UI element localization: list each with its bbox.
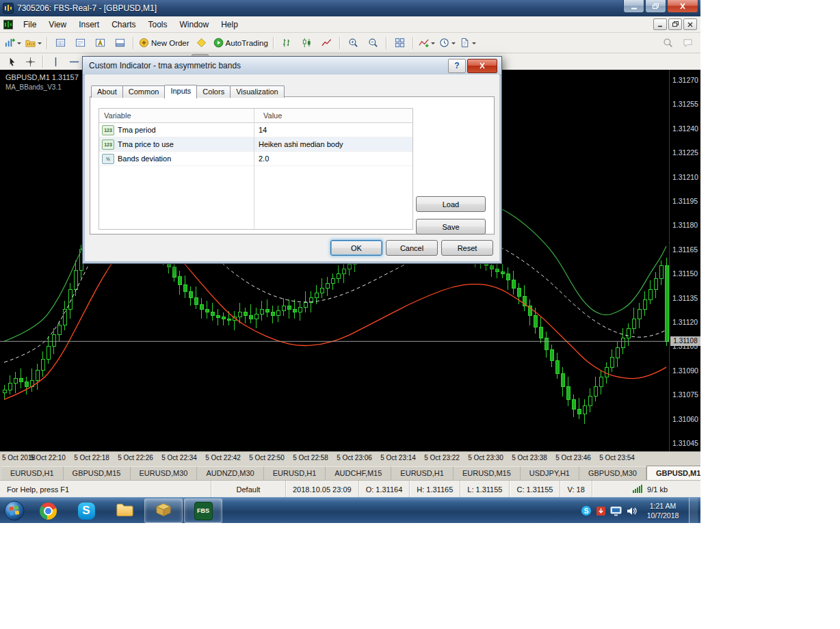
- mdi-minimize-button[interactable]: [653, 18, 667, 30]
- time-axis-label: 5 Oct 22:42: [205, 454, 241, 461]
- load-button[interactable]: Load: [416, 196, 486, 212]
- reset-button[interactable]: Reset: [441, 240, 493, 256]
- restore-button[interactable]: [645, 0, 666, 13]
- param-name: Tma period: [118, 126, 156, 134]
- dialog-tab-inputs[interactable]: Inputs: [164, 85, 197, 98]
- toolbar-separator: [273, 37, 274, 49]
- crosshair-button[interactable]: [21, 54, 40, 69]
- tray-notification-icon[interactable]: [596, 506, 606, 516]
- taskbar-explorer-button[interactable]: [106, 499, 143, 522]
- zoom-out-icon: [368, 38, 378, 48]
- cancel-button[interactable]: Cancel: [386, 240, 438, 256]
- chart-tab-eurusd-h1[interactable]: EURUSD,H1: [391, 466, 454, 480]
- navigator-button[interactable]: [90, 34, 110, 51]
- chart-tab-eurusd-h1[interactable]: EURUSD,H1: [264, 466, 326, 480]
- skype-icon: S: [78, 503, 95, 520]
- tray-display-icon[interactable]: [610, 506, 622, 516]
- terminal-button[interactable]: [110, 34, 130, 51]
- zoom-in-button[interactable]: [343, 34, 363, 51]
- package-icon: [155, 500, 172, 521]
- chart-tab-usdjpy-h1[interactable]: USDJPY,H1: [521, 466, 579, 480]
- autotrading-button[interactable]: AutoTrading: [211, 34, 270, 51]
- chart-tab-audchf-m15[interactable]: AUDCHF,M15: [326, 466, 391, 480]
- new-order-button[interactable]: New Order: [137, 34, 192, 51]
- param-row-tma-price-to-use[interactable]: 123Tma price to useHeiken ashi median bo…: [99, 137, 412, 152]
- new-chart-button[interactable]: [3, 34, 23, 51]
- templates-button[interactable]: [458, 34, 478, 51]
- menu-item-charts[interactable]: Charts: [105, 18, 142, 31]
- community-button[interactable]: [678, 34, 698, 51]
- menu-item-window[interactable]: Window: [174, 18, 215, 31]
- horizontal-line-button[interactable]: [65, 54, 83, 69]
- chart-tab-eurusd-h1[interactable]: EURUSD,H1: [1, 466, 64, 480]
- taskbar-package-app-button[interactable]: [144, 498, 183, 523]
- param-value-cell[interactable]: Heiken ashi median body: [254, 140, 412, 148]
- chart-tab-audnzd-m30[interactable]: AUDNZD,M30: [197, 466, 263, 480]
- start-button[interactable]: [0, 498, 29, 523]
- status-profile[interactable]: Default: [211, 481, 286, 498]
- param-row-bands-deviation[interactable]: ½Bands deviation2.0: [99, 152, 412, 166]
- chart-tab-eurusd-m30[interactable]: EURUSD,M30: [131, 466, 198, 480]
- taskbar-chrome-button[interactable]: [29, 499, 66, 522]
- chart-tab-gbpusd-m30[interactable]: GBPUSD,M30: [579, 466, 646, 480]
- dialog-tab-common[interactable]: Common: [122, 85, 166, 98]
- taskbar-skype-button[interactable]: S: [68, 499, 105, 522]
- tray-skype-icon[interactable]: S: [581, 505, 592, 516]
- window-titlebar[interactable]: 7305206: FBS-Real-7 - [GBPUSD,M1]: [0, 0, 700, 16]
- dialog-tab-about[interactable]: About: [91, 85, 123, 98]
- vertical-line-button[interactable]: [47, 54, 65, 69]
- param-row-tma-period[interactable]: 123Tma period14: [99, 123, 412, 137]
- tray-volume-icon[interactable]: [626, 506, 637, 516]
- data-window-button[interactable]: [70, 34, 90, 51]
- menu-item-insert[interactable]: Insert: [73, 18, 105, 31]
- dialog-help-button[interactable]: ?: [448, 59, 466, 73]
- line-chart-button[interactable]: [317, 34, 337, 51]
- param-name-cell: 123Tma price to use: [99, 139, 254, 150]
- terminal-icon: [115, 38, 125, 48]
- mdi-restore-button[interactable]: [668, 18, 682, 30]
- menu-item-tools[interactable]: Tools: [142, 18, 174, 31]
- param-value-cell[interactable]: 2.0: [254, 155, 412, 163]
- save-button[interactable]: Save: [416, 219, 486, 235]
- profiles-button[interactable]: [23, 34, 44, 51]
- price-axis-label: 1.31240: [672, 124, 700, 133]
- dialog-titlebar[interactable]: Custom Indicator - tma asymmetric bands …: [83, 57, 501, 75]
- chart-tab-eurusd-m15[interactable]: EURUSD,M15: [454, 466, 521, 480]
- chart-tab-gbpusd-m15[interactable]: GBPUSD,M15: [64, 466, 131, 480]
- param-type-icon: 123: [102, 125, 114, 135]
- clock-date: 10/7/2018: [641, 511, 685, 520]
- menu-item-help[interactable]: Help: [215, 18, 244, 31]
- clock-time: 1:21 AM: [641, 501, 685, 511]
- chart-system-icon[interactable]: [3, 20, 13, 29]
- tile-windows-button[interactable]: [390, 34, 410, 51]
- toolbar-separator: [386, 37, 387, 49]
- zoom-out-button[interactable]: [363, 34, 383, 51]
- dropdown-caret-icon: [451, 42, 456, 46]
- bar-chart-button[interactable]: [277, 34, 297, 51]
- market-watch-button[interactable]: [51, 34, 70, 51]
- show-desktop-button[interactable]: [689, 498, 698, 523]
- price-axis-label: 1.31210: [672, 173, 700, 181]
- param-type-icon: 123: [102, 139, 114, 150]
- metaeditor-button[interactable]: [192, 34, 211, 51]
- dialog-tab-visualization[interactable]: Visualization: [230, 85, 285, 98]
- periods-button[interactable]: [437, 34, 458, 51]
- vline-icon: [51, 57, 61, 67]
- indicators-button[interactable]: [417, 34, 437, 51]
- menu-item-view[interactable]: View: [42, 18, 73, 31]
- search-button[interactable]: [658, 34, 678, 51]
- minimize-button[interactable]: [623, 0, 644, 13]
- taskbar-clock[interactable]: 1:21 AM 10/7/2018: [641, 501, 685, 520]
- chart-tab-gbpusd-m1[interactable]: GBPUSD,M1: [646, 466, 700, 480]
- dialog-close-button[interactable]: [467, 59, 497, 73]
- ok-button[interactable]: OK: [330, 240, 382, 256]
- close-button[interactable]: [667, 0, 698, 13]
- dialog-tab-colors[interactable]: Colors: [196, 85, 231, 98]
- menu-item-file[interactable]: File: [17, 18, 42, 31]
- taskbar-fbs-button[interactable]: FBS: [184, 498, 222, 523]
- param-value-cell[interactable]: 14: [254, 126, 412, 134]
- status-traffic-text: 9/1 kb: [647, 485, 668, 494]
- candlestick-chart-button[interactable]: [297, 34, 317, 51]
- mdi-close-button[interactable]: [683, 18, 697, 30]
- cursor-button[interactable]: [3, 54, 21, 69]
